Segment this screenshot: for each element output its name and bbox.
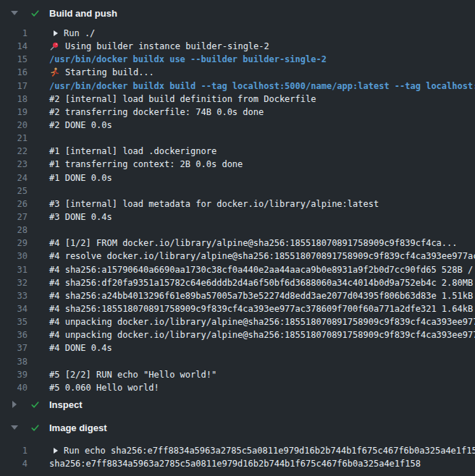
line-number[interactable]: 32 [0, 278, 28, 288]
log-line: 40#5 0.060 Hello world! [0, 381, 475, 394]
log-line: 29#4 [1/2] FROM docker.io/library/alpine… [0, 237, 475, 250]
line-number[interactable]: 36 [0, 330, 28, 340]
line-number[interactable]: 25 [0, 186, 28, 196]
log-line-text: #5 [2/2] RUN echo "Hello world!" [49, 370, 217, 380]
line-number[interactable]: 19 [0, 107, 28, 117]
line-number[interactable]: 16 [0, 67, 28, 77]
log-line: 33#4 sha256:a24bb4013296f61e89ba57005a7b… [0, 289, 475, 302]
log-line: 28 [0, 224, 475, 237]
section-header-image-digest[interactable]: Image digest [10, 422, 106, 433]
section-header-inspect[interactable]: Inspect [10, 399, 83, 410]
log-line-text[interactable]: Run echo sha256:e7ff8834a5963a2785c5a081… [64, 446, 475, 456]
log-line: 14Using builder instance builder-single-… [0, 40, 475, 53]
log-line-text: #4 DONE 0.4s [49, 343, 112, 353]
line-number[interactable]: 38 [0, 357, 28, 367]
log-line: 22#1 [internal] load .dockerignore [0, 145, 475, 158]
log-line: 4sha256:e7ff8834a5963a2785c5a0811e979d16… [0, 457, 475, 470]
log-line-text: #4 sha256:df20fa9351a15782c64e6dddb2d4a6… [49, 278, 475, 288]
line-number[interactable]: 30 [0, 251, 28, 261]
line-number[interactable]: 23 [0, 159, 28, 169]
log-line-text: #2 DONE 0.0s [49, 120, 112, 130]
line-number[interactable]: 33 [0, 291, 28, 301]
success-check-icon [30, 422, 41, 433]
line-number[interactable]: 14 [0, 41, 28, 51]
log-line: 23#1 transferring context: 2B 0.0s done [0, 158, 475, 171]
log-line-text: /usr/bin/docker buildx build --tag local… [49, 81, 475, 91]
log-line-text: #4 unpacking docker.io/library/alpine@sh… [49, 317, 475, 327]
line-number[interactable]: 17 [0, 81, 28, 91]
line-number[interactable]: 29 [0, 238, 28, 248]
log-line: 15/usr/bin/docker buildx use --builder b… [0, 53, 475, 66]
log-line-text: #2 transferring dockerfile: 74B 0.0s don… [49, 107, 264, 117]
line-number[interactable]: 28 [0, 225, 28, 235]
log-line-text: #4 sha256:a24bb4013296f61e89ba57005a7b3e… [49, 291, 475, 301]
line-number[interactable]: 22 [0, 146, 28, 156]
log-line: 37#4 DONE 0.4s [0, 341, 475, 354]
log-line-text: Using builder instance builder-single-2 [65, 41, 269, 51]
line-number[interactable]: 26 [0, 199, 28, 209]
log-line-text: #1 DONE 0.0s [49, 173, 112, 183]
section-header-build-and-push[interactable]: Build and push [10, 7, 117, 19]
line-number[interactable]: 20 [0, 120, 28, 130]
log-line: 34#4 sha256:185518070891758909c9f839cf4c… [0, 302, 475, 315]
log-line: 31#4 sha256:a15790640a6690aa1730c38cf0a4… [0, 263, 475, 276]
line-number[interactable]: 37 [0, 343, 28, 353]
line-number[interactable]: 21 [0, 133, 28, 143]
log-line: 39#5 [2/2] RUN echo "Hello world!" [0, 368, 475, 381]
log-line: 27#3 DONE 0.4s [0, 211, 475, 224]
line-number[interactable]: 34 [0, 304, 28, 314]
line-number[interactable]: 40 [0, 383, 28, 393]
section-title-inspect: Inspect [49, 399, 83, 410]
expand-group-arrow-icon[interactable] [54, 30, 58, 36]
pushpin-icon [49, 41, 59, 51]
log-line: 26#3 [internal] load metadata for docker… [0, 197, 475, 211]
log-lines-build-and-push: 1Run ./14Using builder instance builder-… [0, 27, 475, 394]
line-number[interactable]: 15 [0, 54, 28, 64]
log-line: 18#2 [internal] load build definition fr… [0, 93, 475, 106]
log-line: 17/usr/bin/docker buildx build --tag loc… [0, 80, 475, 93]
log-line-text: #2 [internal] load build definition from… [49, 94, 316, 104]
log-line-text: #4 [1/2] FROM docker.io/library/alpine@s… [49, 238, 458, 248]
log-line: 16Starting build... [0, 66, 475, 79]
line-number[interactable]: 1 [0, 446, 28, 456]
line-number[interactable]: 35 [0, 317, 28, 327]
caret-down-icon[interactable] [10, 425, 19, 430]
log-line: 36#4 unpacking docker.io/library/alpine@… [0, 328, 475, 341]
log-line: 19#2 transferring dockerfile: 74B 0.0s d… [0, 106, 475, 119]
caret-down-icon[interactable] [10, 11, 19, 15]
log-line-text[interactable]: Run ./ [64, 28, 95, 38]
section-title-build-and-push: Build and push [49, 8, 117, 19]
line-number[interactable]: 39 [0, 370, 28, 380]
log-line: 38 [0, 355, 475, 368]
success-check-icon [30, 8, 41, 19]
log-line: 30#4 resolve docker.io/library/alpine@sh… [0, 250, 475, 263]
log-line-text: sha256:e7ff8834a5963a2785c5a0811e979d16b… [49, 459, 421, 469]
line-number[interactable]: 1 [0, 28, 28, 38]
log-line-text: #3 DONE 0.4s [49, 212, 112, 222]
log-line: 25 [0, 184, 475, 197]
log-line: 1Run echo sha256:e7ff8834a5963a2785c5a08… [0, 444, 475, 457]
line-number[interactable]: 18 [0, 94, 28, 104]
section-title-image-digest: Image digest [49, 422, 106, 433]
line-number[interactable]: 31 [0, 265, 28, 275]
log-line-text: #4 sha256:185518070891758909c9f839cf4ca3… [49, 304, 475, 314]
line-number[interactable]: 24 [0, 173, 28, 183]
log-line: 35#4 unpacking docker.io/library/alpine@… [0, 315, 475, 328]
log-line-text: /usr/bin/docker buildx use --builder bui… [49, 54, 327, 64]
line-number[interactable]: 4 [0, 459, 28, 469]
expand-group-arrow-icon[interactable] [54, 448, 58, 454]
caret-right-icon[interactable] [10, 401, 19, 408]
log-line: 24#1 DONE 0.0s [0, 171, 475, 184]
log-line: 20#2 DONE 0.0s [0, 119, 475, 132]
runner-icon [49, 67, 59, 77]
line-number[interactable]: 27 [0, 212, 28, 222]
log-line-text: #5 0.060 Hello world! [49, 383, 159, 393]
log-line-text: #4 sha256:a15790640a6690aa1730c38cf0a440… [49, 265, 475, 275]
log-line: 32#4 sha256:df20fa9351a15782c64e6dddb2d4… [0, 276, 475, 289]
log-line: 21 [0, 132, 475, 145]
log-line-text: #3 [internal] load metadata for docker.i… [49, 199, 379, 209]
log-line: 1Run ./ [0, 27, 475, 40]
log-line-text: Starting build... [65, 67, 154, 77]
log-line-text: #1 [internal] load .dockerignore [49, 146, 217, 156]
workflow-log: Build and push 1Run ./14Using builder in… [0, 0, 475, 476]
